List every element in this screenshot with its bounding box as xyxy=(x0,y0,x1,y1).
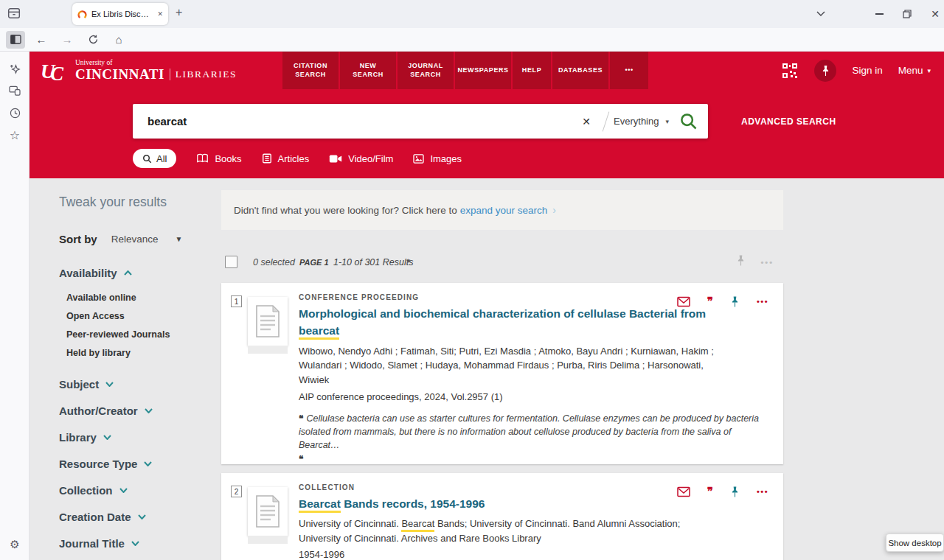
new-tab-button[interactable]: + xyxy=(176,6,182,19)
search-submit-button[interactable] xyxy=(679,112,698,130)
svg-text:C: C xyxy=(50,63,64,83)
facet-peer-reviewed[interactable]: Peer-reviewed Journals xyxy=(66,326,218,344)
citation-action-icon[interactable]: ❞ xyxy=(707,485,713,498)
sign-in-button[interactable]: Sign in xyxy=(852,65,882,76)
result-authors[interactable]: Wibowo, Nendyo Adhi ; Fatimah, Siti; Put… xyxy=(299,344,723,388)
brand-name: CINCINNATI xyxy=(75,66,164,83)
reload-button[interactable] xyxy=(83,31,103,49)
minimize-button[interactable] xyxy=(875,13,884,15)
result-date: 1954-1996 xyxy=(299,547,723,560)
email-action-icon[interactable] xyxy=(677,486,690,497)
ai-chat-icon[interactable] xyxy=(0,57,30,80)
nav-new-search[interactable]: NEW SEARCH xyxy=(340,52,396,89)
menu-caret-icon: ▾ xyxy=(927,67,931,74)
nav-help[interactable]: HELP xyxy=(513,52,551,89)
nav-more[interactable]: ••• xyxy=(610,52,648,89)
search-scope-dropdown[interactable]: Everything ▾ xyxy=(614,116,669,127)
expand-search-banner: Didn't find what you were looking for? C… xyxy=(221,190,783,230)
filter-pill-images[interactable]: Images xyxy=(413,153,462,164)
brand-university-of: University of xyxy=(75,59,237,66)
settings-gear-icon[interactable]: ⚙ xyxy=(0,533,30,556)
brand-division: LIBRARIES xyxy=(176,69,237,80)
pinned-items-button[interactable] xyxy=(814,60,836,82)
chevron-up-icon xyxy=(124,270,132,276)
sort-caret-icon: ▼ xyxy=(175,235,182,243)
restore-button[interactable] xyxy=(903,10,912,18)
sidebar-toggle-icon[interactable] xyxy=(6,31,25,49)
article-icon xyxy=(262,153,272,164)
facet-collection[interactable]: Collection xyxy=(59,484,218,497)
synced-tabs-icon[interactable] xyxy=(0,80,30,102)
browser-tab[interactable]: Ex Libris Discovery - bearcat ✕ xyxy=(72,3,168,25)
chevron-down-icon xyxy=(103,435,111,440)
search-icon xyxy=(142,154,152,164)
facet-creation-date[interactable]: Creation Date xyxy=(59,511,218,523)
highlighted-term: Bearcat xyxy=(299,497,341,513)
chevron-down-icon xyxy=(131,541,139,546)
sort-label: Sort by xyxy=(59,233,97,245)
history-icon[interactable] xyxy=(0,102,30,124)
result-source: AIP conference proceedings, 2024, Vol.29… xyxy=(299,390,723,405)
nav-citation-search[interactable]: CITATION SEARCH xyxy=(282,52,339,89)
back-button[interactable]: ← xyxy=(32,31,51,49)
select-all-checkbox[interactable] xyxy=(225,256,237,268)
filter-pill-video[interactable]: Video/Film xyxy=(329,153,393,164)
facet-availability[interactable]: Availability xyxy=(59,267,218,279)
thumbnail-reflection xyxy=(248,536,288,544)
more-actions-icon[interactable]: ••• xyxy=(757,297,768,306)
main-nav: CITATION SEARCH NEW SEARCH JOURNAL SEARC… xyxy=(282,52,648,89)
facet-held-by-library[interactable]: Held by library xyxy=(66,344,218,363)
uc-monogram-icon: U C xyxy=(41,58,69,83)
pin-page-icon[interactable] xyxy=(736,254,746,267)
menu-button[interactable]: Menu ▾ xyxy=(898,65,931,76)
result-item-2: 2 ❞ ••• COLLECTION Bearcat Bands records… xyxy=(221,473,783,560)
result-thumbnail[interactable] xyxy=(248,297,288,346)
firefox-view-icon[interactable] xyxy=(7,7,21,20)
tab-list-caret-icon[interactable] xyxy=(816,10,825,16)
more-actions-icon[interactable]: ••• xyxy=(757,487,768,496)
results-more-icon[interactable]: ••• xyxy=(760,258,774,267)
expand-search-link[interactable]: expand your search xyxy=(460,205,548,216)
chevron-down-icon xyxy=(144,461,152,466)
image-icon xyxy=(413,154,424,164)
pin-action-icon[interactable] xyxy=(730,486,740,498)
sort-control[interactable]: Sort by Relevance ▼ xyxy=(59,233,218,245)
search-input[interactable]: bearcat xyxy=(133,115,575,127)
facet-author[interactable]: Author/Creator xyxy=(59,405,218,417)
quote-open-icon: ❝ xyxy=(299,413,303,424)
qr-code-icon[interactable] xyxy=(781,62,799,80)
document-page-icon xyxy=(255,304,280,338)
nav-journal-search[interactable]: JOURNAL SEARCH xyxy=(398,52,454,89)
filter-pill-articles[interactable]: Articles xyxy=(262,153,310,164)
facet-subject[interactable]: Subject xyxy=(59,378,218,391)
clear-search-icon[interactable]: ✕ xyxy=(575,116,598,127)
window-controls: ✕ xyxy=(875,0,940,28)
forward-button[interactable]: → xyxy=(58,31,77,49)
uc-libraries-logo[interactable]: U C University of CINCINNATI LIBRARIES xyxy=(41,52,237,89)
facet-library[interactable]: Library xyxy=(59,431,218,444)
facet-resource-type[interactable]: Resource Type xyxy=(59,458,218,470)
search-box: bearcat ✕ Everything ▾ xyxy=(133,104,708,139)
citation-action-icon[interactable]: ❞ xyxy=(707,295,713,308)
filter-pill-all[interactable]: All xyxy=(133,149,176,168)
facet-open-access[interactable]: Open Access xyxy=(66,307,218,326)
results-toolbar: 0 selected PAGE 1 1-10 of 301 Results ▼ … xyxy=(221,253,783,273)
filter-pill-books[interactable]: Books xyxy=(196,153,241,164)
results-count-dropdown[interactable]: 1-10 of 301 Results xyxy=(333,257,413,267)
nav-newspapers[interactable]: NEWSPAPERS xyxy=(455,52,511,89)
result-item-1: 1 ❞ ••• CONFERENCE PROCEEDING Morphologi… xyxy=(221,283,783,464)
highlighted-term: bearcat xyxy=(299,324,339,340)
facet-journal-title[interactable]: Journal Title xyxy=(59,537,218,550)
email-action-icon[interactable] xyxy=(677,296,690,307)
scope-caret-icon: ▾ xyxy=(665,118,669,125)
bookmarks-icon[interactable]: ☆ xyxy=(0,124,30,146)
facet-available-online[interactable]: Available online xyxy=(66,289,218,307)
result-title-link[interactable]: Morphological and biochemical characteri… xyxy=(299,305,765,340)
home-button[interactable]: ⌂ xyxy=(109,31,128,49)
pin-action-icon[interactable] xyxy=(730,295,740,308)
nav-databases[interactable]: DATABASES xyxy=(552,52,608,89)
advanced-search-link[interactable]: ADVANCED SEARCH xyxy=(741,116,836,127)
result-thumbnail[interactable] xyxy=(248,487,288,536)
close-window-button[interactable]: ✕ xyxy=(931,8,940,20)
tab-close-icon[interactable]: ✕ xyxy=(157,10,163,18)
